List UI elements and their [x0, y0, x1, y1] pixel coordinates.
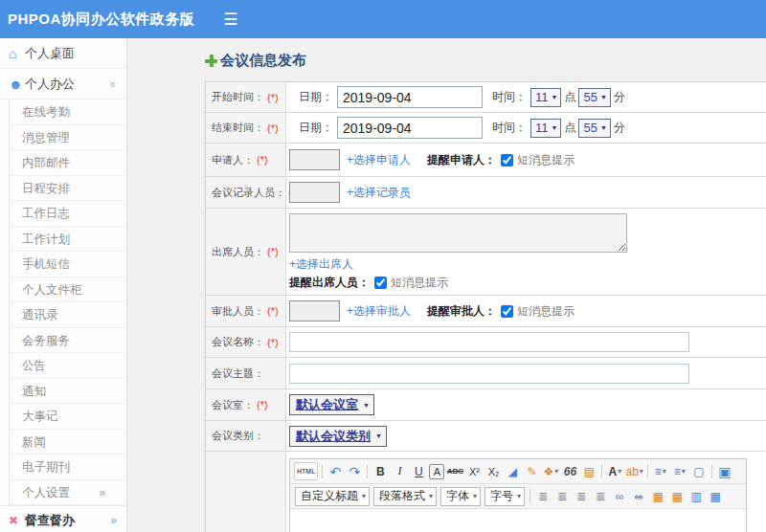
- approver-input[interactable]: [289, 300, 340, 321]
- paragraph-format-select[interactable]: 段落格式▾: [373, 487, 437, 506]
- sidebar-item-e-journal[interactable]: 电子期刊: [10, 454, 126, 480]
- sidebar-item-notice[interactable]: 通知: [10, 379, 126, 405]
- dropdown-arrow-icon: ▼: [600, 124, 607, 131]
- pick-attendees-link[interactable]: +选择出席人: [289, 256, 353, 273]
- form-row-start-time: 开始时间：(*) 日期： 时间： 11▼ 点 55▼ 分: [206, 82, 766, 113]
- link-icon[interactable]: ∞: [611, 487, 628, 505]
- separator[interactable]: [322, 464, 323, 478]
- sms-remind-checkbox[interactable]: [374, 277, 387, 289]
- undo-icon[interactable]: ↶: [327, 462, 344, 480]
- plus-icon: [205, 55, 217, 67]
- sms-remind-checkbox[interactable]: [501, 305, 513, 318]
- required-mark: (*): [267, 246, 279, 257]
- start-hour-select[interactable]: 11▼: [530, 88, 561, 107]
- sidebar-item-mobile-sms[interactable]: 手机短信: [10, 252, 126, 277]
- form-row-applicant: 申请人：(*) +选择申请人 提醒申请人： 短消息提示: [206, 144, 766, 177]
- sidebar-item-meeting-services[interactable]: 会务服务: [10, 328, 126, 354]
- sidebar-item-contacts[interactable]: 通讯录: [10, 302, 126, 328]
- remind-attendees-label: 提醒出席人员：: [289, 275, 370, 291]
- sidebar-item-news[interactable]: 新闻: [10, 430, 126, 455]
- date-label: 日期：: [299, 120, 333, 136]
- separator[interactable]: [711, 464, 712, 478]
- new-document-icon[interactable]: ▢: [690, 462, 708, 480]
- redo-icon[interactable]: ↷: [346, 462, 363, 480]
- start-minute-select[interactable]: 55▼: [578, 88, 610, 107]
- sidebar-item-online-attendance[interactable]: 在线考勤: [10, 100, 126, 125]
- pick-applicant-link[interactable]: +选择申请人: [347, 152, 411, 168]
- table-icon[interactable]: ▦: [707, 487, 724, 505]
- meeting-category-select[interactable]: 默认会议类别▼: [289, 426, 387, 447]
- pick-approver-link[interactable]: +选择审批人: [347, 303, 411, 320]
- form-row-meeting-name: 会议名称：(*): [206, 327, 766, 358]
- dropdown-arrow-icon: ▾: [429, 492, 433, 500]
- attendees-textarea[interactable]: [289, 213, 627, 253]
- sidebar-item-announcement[interactable]: 公告: [10, 353, 126, 379]
- recorder-input[interactable]: [289, 182, 340, 203]
- unordered-list-icon[interactable]: ≡: [671, 462, 688, 480]
- insert-image-icon[interactable]: ▦: [668, 487, 686, 505]
- sidebar-item-personal-settings[interactable]: 个人设置 »: [10, 480, 126, 506]
- bold-icon[interactable]: B: [372, 462, 389, 480]
- underline-icon[interactable]: U: [410, 462, 427, 480]
- highlight-color-icon[interactable]: ab: [625, 462, 642, 480]
- required-mark: (*): [257, 154, 268, 166]
- end-hour-select[interactable]: 11▼: [530, 119, 561, 138]
- sidebar-item-personal-office[interactable]: ☻ 个人办公 »: [0, 69, 126, 100]
- separator[interactable]: [647, 464, 648, 478]
- subscript-icon[interactable]: X₂: [484, 462, 502, 480]
- italic-icon[interactable]: I: [391, 462, 408, 480]
- rich-text-editor: HTML ↶ ↷ B I: [289, 458, 747, 532]
- align-center-icon[interactable]: ≣: [553, 487, 571, 505]
- meeting-topic-input[interactable]: [289, 364, 689, 384]
- end-date-input[interactable]: [337, 117, 483, 139]
- form-row-meeting-room: 会议室：(*) 默认会议室▼: [206, 389, 766, 421]
- unlink-icon[interactable]: ∞: [630, 487, 647, 505]
- superscript-icon[interactable]: X²: [465, 462, 483, 480]
- eraser-icon[interactable]: ◢: [504, 462, 521, 480]
- separator[interactable]: [367, 464, 368, 478]
- field-label: 结束时间：: [212, 121, 264, 135]
- user-icon: ☻: [9, 77, 25, 92]
- sidebar-item-schedule[interactable]: 日程安排: [10, 176, 126, 202]
- font-size-select[interactable]: 字号▾: [484, 487, 525, 506]
- sidebar-item-personal-file-cabinet[interactable]: 个人文件柜: [10, 277, 126, 303]
- font-family-select[interactable]: 字体▾: [440, 487, 481, 506]
- custom-heading-select[interactable]: 自定义标题▾: [295, 487, 370, 506]
- editor-content-area[interactable]: [290, 509, 746, 532]
- font-border-icon[interactable]: A: [429, 464, 444, 479]
- start-date-input[interactable]: [337, 86, 483, 108]
- font-color-icon[interactable]: A: [606, 462, 623, 480]
- sidebar-item-personal-desktop[interactable]: ⌂ 个人桌面: [0, 38, 126, 69]
- sms-remind-checkbox[interactable]: [501, 154, 513, 166]
- image-icon[interactable]: ▦: [649, 487, 666, 505]
- align-justify-icon[interactable]: ≣: [592, 487, 609, 505]
- ordered-list-icon[interactable]: ≡: [652, 462, 669, 480]
- paste-icon[interactable]: ▤: [580, 462, 597, 480]
- html-source-icon[interactable]: HTML: [294, 462, 318, 480]
- sidebar-item-internal-mail[interactable]: 内部邮件: [10, 150, 126, 176]
- strikethrough-icon[interactable]: ABC: [446, 462, 463, 480]
- sms-remind-label: 短消息提示: [517, 152, 574, 168]
- end-minute-select[interactable]: 55▼: [578, 119, 610, 138]
- align-left-icon[interactable]: ≣: [534, 487, 552, 505]
- minute-unit: 分: [614, 89, 625, 105]
- sidebar-item-supervision[interactable]: ✖ 督查督办 »: [0, 505, 126, 532]
- blockquote-icon[interactable]: 66: [561, 462, 578, 480]
- meeting-name-input[interactable]: [289, 332, 689, 352]
- fullscreen-icon[interactable]: ▣: [716, 462, 733, 480]
- home-icon: ⌂: [9, 46, 25, 61]
- sidebar-item-major-events[interactable]: 大事记: [10, 404, 126, 430]
- palette-icon[interactable]: ❖: [542, 462, 559, 480]
- meeting-room-select[interactable]: 默认会议室▼: [289, 394, 374, 415]
- page-layout-icon[interactable]: ▥: [687, 487, 705, 505]
- sidebar-item-message-management[interactable]: 消息管理: [10, 125, 126, 151]
- sidebar-item-work-log[interactable]: 工作日志: [10, 201, 126, 227]
- sidebar-item-work-plan[interactable]: 工作计划: [10, 227, 126, 253]
- align-right-icon[interactable]: ≣: [573, 487, 590, 505]
- form-row-editor: HTML ↶ ↷ B I: [206, 452, 766, 532]
- hamburger-menu-icon[interactable]: ☰: [223, 10, 237, 30]
- applicant-input[interactable]: [289, 149, 340, 170]
- brush-icon[interactable]: ✎: [523, 462, 540, 480]
- separator[interactable]: [601, 464, 602, 478]
- pick-recorder-link[interactable]: +选择记录员: [347, 185, 411, 201]
